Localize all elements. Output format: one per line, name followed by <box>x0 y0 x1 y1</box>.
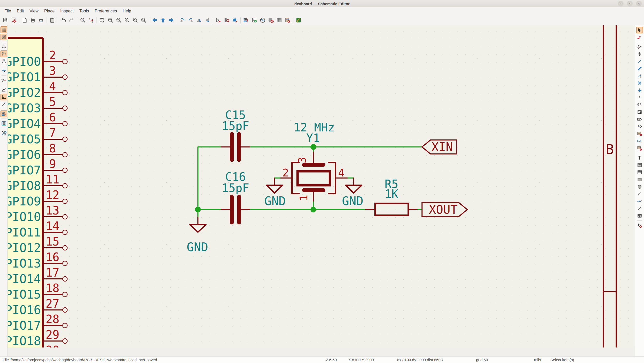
minimize-button[interactable]: − <box>618 1 624 6</box>
hierarchical-label-button[interactable]: A <box>636 123 643 130</box>
pin-end-circle[interactable] <box>63 230 67 235</box>
highlight-net-button[interactable] <box>636 34 643 41</box>
arc-button[interactable] <box>636 191 643 197</box>
xin-text[interactable]: XIN <box>431 140 453 154</box>
gnd-label-right[interactable]: GND <box>342 194 363 208</box>
global-label-xin[interactable]: XIN <box>422 140 457 154</box>
pin-end-circle[interactable] <box>63 214 67 219</box>
zoom-fit-page-button[interactable] <box>123 16 131 24</box>
rule-area-button[interactable] <box>636 109 643 115</box>
capacitor-c15[interactable]: C15 15pF <box>222 108 249 160</box>
no-connect-button[interactable] <box>636 80 643 86</box>
menu-item-tools[interactable]: Tools <box>76 9 92 13</box>
pin-end-circle[interactable] <box>63 339 67 343</box>
pin-end-circle[interactable] <box>63 152 67 157</box>
pin-end-circle[interactable] <box>63 90 67 95</box>
ic-pin-row[interactable]: 30 <box>43 344 67 347</box>
redo-button[interactable] <box>68 16 76 24</box>
ic-symbol[interactable]: 2GPIO03GPIO14GPIO25GPIO36GPIO47GPIO58GPI… <box>8 38 67 347</box>
symbol-editor-button[interactable] <box>214 16 222 24</box>
sheet-pin-button[interactable]: A <box>636 138 643 144</box>
text-box-button[interactable] <box>636 162 643 168</box>
pin-end-circle[interactable] <box>63 168 67 173</box>
cursor-crosshair-button[interactable] <box>1 67 7 74</box>
global-label-xout[interactable]: XOUT <box>422 203 467 217</box>
menu-item-preferences[interactable]: Preferences <box>92 9 120 13</box>
text-button[interactable] <box>636 154 643 161</box>
draw-wire-button[interactable] <box>636 58 643 65</box>
pin-end-circle[interactable] <box>63 121 67 126</box>
unit-mm-button[interactable]: mm <box>1 58 7 64</box>
delete-button[interactable] <box>636 222 643 229</box>
nav-forward-button[interactable] <box>167 16 175 24</box>
circle-button[interactable] <box>636 183 643 190</box>
pcb-editor-button[interactable] <box>295 16 302 24</box>
menu-item-view[interactable]: View <box>27 9 41 13</box>
import-sheet-pin-button[interactable]: A <box>636 145 643 152</box>
zoom-out-button[interactable] <box>115 16 123 24</box>
pin-end-circle[interactable] <box>63 261 67 266</box>
refresh-button[interactable] <box>98 16 106 24</box>
junction-button[interactable] <box>636 87 643 94</box>
zoom-selection-button[interactable] <box>140 16 147 24</box>
gnd-triangle-bottom[interactable] <box>190 225 206 232</box>
menu-item-file[interactable]: File <box>2 9 14 13</box>
save-button[interactable] <box>1 16 9 24</box>
gnd-label-left[interactable]: GND <box>264 194 286 208</box>
plot-button[interactable] <box>37 16 45 24</box>
bus-entry-button[interactable] <box>636 72 643 79</box>
menu-item-help[interactable]: Help <box>120 9 134 13</box>
wires-any-angle-button[interactable] <box>1 86 7 93</box>
xout-text[interactable]: XOUT <box>429 203 458 217</box>
image-button[interactable] <box>636 212 643 219</box>
annotate-button[interactable]: R??R42 <box>242 16 250 24</box>
net-label-button[interactable]: A <box>636 94 643 101</box>
tools-button[interactable] <box>1 130 7 136</box>
find-button[interactable]: A <box>79 16 87 24</box>
rectangle-button[interactable] <box>636 176 643 183</box>
pin-end-circle[interactable] <box>63 199 67 204</box>
pin-end-circle[interactable] <box>63 137 67 142</box>
mirror-horizontal-button[interactable] <box>203 16 211 24</box>
pin-end-circle[interactable] <box>63 246 67 250</box>
y1-ref[interactable]: Y1 <box>306 131 320 145</box>
print-button[interactable] <box>29 16 37 24</box>
symbol-fields-table-button[interactable] <box>275 16 283 24</box>
menu-item-edit[interactable]: Edit <box>14 9 27 13</box>
grid-overrides-button[interactable] <box>1 34 7 40</box>
place-power-button[interactable] <box>636 51 643 57</box>
r5-value[interactable]: 1K <box>385 187 398 201</box>
wires-hv-button[interactable] <box>1 94 7 100</box>
menu-item-place[interactable]: Place <box>41 9 57 13</box>
hierarchy-navigator-button[interactable] <box>1 120 7 127</box>
generate-bom-button[interactable]: .bom <box>284 16 291 24</box>
pin-end-circle[interactable] <box>63 59 67 64</box>
place-sheet-button[interactable] <box>636 130 643 137</box>
gnd-triangle-right[interactable] <box>346 185 362 193</box>
gnd-label-bottom[interactable]: GND <box>187 240 208 254</box>
pin-end-circle[interactable] <box>63 75 67 79</box>
menu-item-inspect[interactable]: Inspect <box>57 9 77 13</box>
pin-end-circle[interactable] <box>63 323 67 328</box>
rotate-cw-button[interactable] <box>187 16 195 24</box>
paste-button[interactable] <box>48 16 56 24</box>
resistor-r5[interactable]: R5 1K <box>375 177 408 215</box>
maximize-button[interactable]: ▫ <box>627 1 633 6</box>
find-replace-button[interactable]: AB <box>87 16 95 24</box>
select-button[interactable] <box>636 27 643 33</box>
unit-inches-button[interactable]: in <box>1 43 7 50</box>
place-symbol-button[interactable] <box>636 43 643 50</box>
close-button[interactable]: ✕ <box>636 1 642 6</box>
bezier-button[interactable] <box>636 198 643 205</box>
assign-footprints-button[interactable] <box>267 16 275 24</box>
simulator-button[interactable] <box>259 16 267 24</box>
zoom-fit-objects-button[interactable] <box>131 16 139 24</box>
rotate-ccw-button[interactable] <box>179 16 186 24</box>
footprint-editor-button[interactable] <box>231 16 239 24</box>
gnd-triangle-left[interactable] <box>267 185 283 193</box>
pin-end-circle[interactable] <box>63 308 67 312</box>
c16-value[interactable]: 15pF <box>222 181 249 195</box>
draw-bus-button[interactable] <box>636 65 643 72</box>
line-button[interactable] <box>636 205 643 212</box>
undo-button[interactable] <box>60 16 67 24</box>
